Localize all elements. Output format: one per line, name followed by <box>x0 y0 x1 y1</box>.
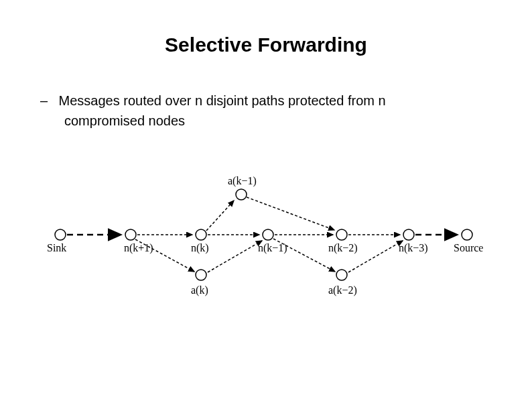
bullet-text-line1: Messages routed over n disjoint paths pr… <box>59 93 386 108</box>
edge-nk-akm1 <box>206 201 234 231</box>
node-ak <box>196 270 206 280</box>
bullet-item: – Messages routed over n disjoint paths … <box>40 91 492 131</box>
node-nkm1 <box>263 229 273 240</box>
slide-title: Selective Forwarding <box>0 34 532 56</box>
label-sink: Sink <box>47 242 66 253</box>
node-nk <box>196 229 206 240</box>
label-nk1: n(k+1) <box>124 242 153 254</box>
label-akm1: a(k−1) <box>228 175 257 187</box>
node-sink <box>55 229 66 240</box>
edge-ak-nkm1 <box>208 241 262 272</box>
node-nk1 <box>125 229 136 240</box>
label-akm2: a(k−2) <box>328 284 357 296</box>
bullet-dash: – <box>40 91 55 111</box>
edge-akm1-nkm2 <box>247 197 334 230</box>
label-nk: n(k) <box>191 242 209 254</box>
label-nkm2: n(k−2) <box>328 242 358 254</box>
node-akm2 <box>336 270 347 280</box>
label-source: Source <box>454 242 483 253</box>
node-akm1 <box>236 189 247 200</box>
node-source <box>462 229 472 240</box>
label-nkm1: n(k−1) <box>258 242 287 254</box>
network-diagram: Sink Source n(k+1) n(k) n(k−1) n(k−2) n(… <box>44 168 489 302</box>
node-nkm3 <box>403 229 414 240</box>
label-nkm3: n(k−3) <box>399 242 428 254</box>
label-ak: a(k) <box>191 284 208 296</box>
node-nkm2 <box>336 229 347 240</box>
bullet-text-line2: compromised nodes <box>64 111 492 131</box>
